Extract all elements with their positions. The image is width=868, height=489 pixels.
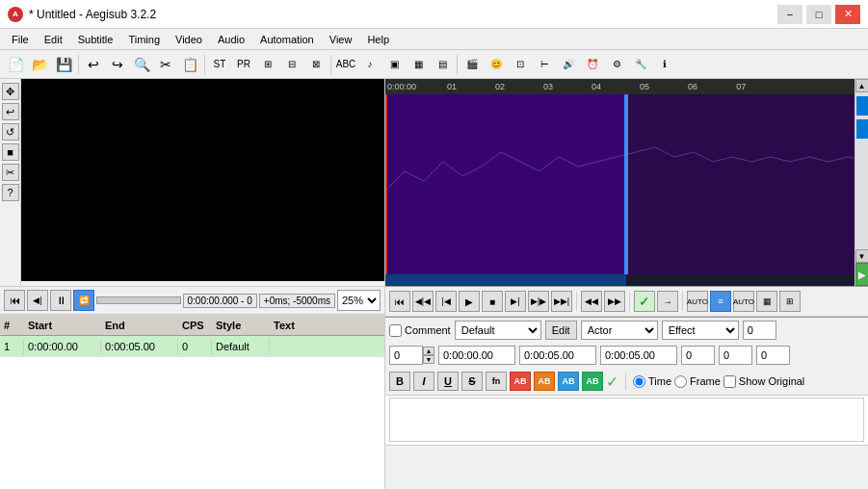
- tb-find[interactable]: 🔍: [130, 53, 153, 76]
- ctrl-auto1[interactable]: AUTO: [687, 291, 708, 312]
- frame-radio[interactable]: [674, 375, 687, 388]
- tool-rotate[interactable]: ↩: [2, 103, 19, 120]
- ab-orange-button[interactable]: AB: [534, 372, 555, 391]
- menu-subtitle[interactable]: Subtitle: [70, 29, 121, 49]
- tb-new[interactable]: 📄: [4, 53, 27, 76]
- tb-video3[interactable]: ⊡: [509, 53, 532, 76]
- bold-button[interactable]: B: [389, 372, 410, 391]
- comment-checkbox-label[interactable]: Comment: [389, 324, 451, 337]
- ab-blue-button[interactable]: AB: [558, 372, 579, 391]
- underline-button[interactable]: U: [437, 372, 459, 391]
- style-select[interactable]: Default: [455, 321, 541, 340]
- margin-l-input[interactable]: [681, 346, 715, 365]
- ctrl-play-prev[interactable]: ◀|◀: [412, 291, 434, 312]
- effect-select[interactable]: Effect: [662, 321, 739, 340]
- tool-scale[interactable]: ↺: [2, 123, 19, 141]
- tool-help[interactable]: ?: [2, 184, 19, 201]
- edit-button[interactable]: Edit: [545, 321, 577, 340]
- start-time-input[interactable]: [438, 346, 515, 365]
- ctrl-stop[interactable]: ■: [482, 291, 503, 312]
- actor-select[interactable]: Actor: [581, 321, 658, 340]
- tb-video4[interactable]: ⊢: [533, 53, 556, 76]
- zoom-select[interactable]: 25%: [337, 290, 381, 311]
- layer-spin-input[interactable]: [389, 346, 423, 365]
- tb-tools[interactable]: 🔧: [629, 53, 652, 76]
- tb-audio1[interactable]: 🔊: [557, 53, 580, 76]
- tool-rect[interactable]: ■: [2, 143, 19, 161]
- playback-pause[interactable]: ⏸: [50, 290, 71, 311]
- waveform-scrollbar[interactable]: ▲ ▼ ▶: [855, 79, 868, 286]
- scroll-thumb-1[interactable]: [856, 96, 868, 116]
- ctrl-bar[interactable]: ▦: [756, 291, 777, 312]
- scroll-thumb-2[interactable]: [856, 119, 868, 139]
- waveform-display[interactable]: [385, 94, 855, 286]
- tb-save[interactable]: 💾: [52, 53, 75, 76]
- fn-button[interactable]: fn: [486, 372, 507, 391]
- tb-spell[interactable]: ABC: [334, 53, 357, 76]
- menu-timing[interactable]: Timing: [120, 29, 168, 49]
- comment-checkbox[interactable]: [389, 324, 402, 337]
- ab-green-button[interactable]: AB: [582, 372, 603, 391]
- tb-info[interactable]: ℹ: [653, 53, 676, 76]
- tb-extra1[interactable]: ▣: [382, 53, 406, 76]
- minimize-button[interactable]: −: [777, 5, 802, 24]
- ctrl-play-next2[interactable]: ▶|▶: [528, 291, 549, 312]
- tb-extra3[interactable]: ▤: [431, 53, 454, 76]
- ctrl-play-next3[interactable]: ▶▶|: [551, 291, 572, 312]
- tb-undo[interactable]: ↩: [82, 53, 105, 76]
- ctrl-prev[interactable]: ⏮: [389, 291, 410, 312]
- italic-button[interactable]: I: [413, 372, 434, 391]
- ctrl-arrow-right[interactable]: →: [657, 291, 678, 312]
- tool-move[interactable]: ✥: [2, 83, 19, 100]
- tb-timing3[interactable]: ⊠: [304, 53, 328, 76]
- tb-clock[interactable]: ⏰: [581, 53, 604, 76]
- tb-copy[interactable]: 📋: [178, 53, 201, 76]
- spin-down[interactable]: ▼: [423, 355, 434, 364]
- time-radio[interactable]: [633, 375, 645, 388]
- tb-open[interactable]: 📂: [28, 53, 51, 76]
- ctrl-play[interactable]: ▶: [459, 291, 480, 312]
- commit-check[interactable]: ✓: [606, 373, 618, 391]
- menu-automation[interactable]: Automation: [252, 29, 322, 49]
- tb-video2[interactable]: 😊: [485, 53, 508, 76]
- margin-r-input[interactable]: [719, 346, 752, 365]
- tb-timing1[interactable]: ⊞: [256, 53, 279, 76]
- ctrl-prev-line[interactable]: ◀◀: [581, 291, 602, 312]
- duration-input[interactable]: [600, 346, 677, 365]
- tb-karaoke[interactable]: ♪: [358, 53, 381, 76]
- layer-input[interactable]: [743, 321, 776, 340]
- frame-radio-label[interactable]: Frame: [674, 375, 721, 388]
- subtitle-row-1[interactable]: 1 0:00:00.00 0:00:05.00 0 Default: [0, 336, 384, 357]
- ctrl-extra[interactable]: ⊞: [779, 291, 801, 312]
- spin-up[interactable]: ▲: [423, 347, 434, 355]
- ab-red-button[interactable]: AB: [510, 372, 531, 391]
- progress-bar[interactable]: [96, 296, 181, 304]
- menu-view[interactable]: View: [322, 29, 360, 49]
- ctrl-next-line[interactable]: ▶▶: [604, 291, 625, 312]
- ctrl-commit[interactable]: ✓: [634, 291, 655, 312]
- show-original-label[interactable]: Show Original: [723, 375, 804, 388]
- margin-v-input[interactable]: [756, 346, 790, 365]
- tb-style[interactable]: ST: [208, 53, 231, 76]
- tb-cut[interactable]: ✂: [154, 53, 177, 76]
- ctrl-auto2[interactable]: AUTO: [733, 291, 754, 312]
- scroll-down-arrow[interactable]: ▼: [855, 249, 869, 263]
- playback-prev[interactable]: ⏮: [4, 290, 25, 311]
- menu-file[interactable]: File: [4, 29, 37, 49]
- tool-clip[interactable]: ✂: [2, 164, 19, 181]
- ctrl-play-next[interactable]: ▶|: [505, 291, 526, 312]
- maximize-button[interactable]: □: [806, 5, 831, 24]
- play-button[interactable]: ▶: [855, 263, 869, 286]
- close-button[interactable]: ✕: [835, 5, 860, 24]
- show-original-checkbox[interactable]: [723, 375, 736, 388]
- playback-prev2[interactable]: ◀|: [27, 290, 48, 311]
- playback-loop[interactable]: 🔁: [73, 290, 94, 311]
- tb-extra2[interactable]: ▦: [407, 53, 430, 76]
- tb-properties[interactable]: PR: [232, 53, 255, 76]
- tb-redo[interactable]: ↪: [106, 53, 129, 76]
- end-time-input[interactable]: [519, 346, 596, 365]
- tb-timing2[interactable]: ⊟: [280, 53, 303, 76]
- menu-help[interactable]: Help: [359, 29, 397, 49]
- menu-audio[interactable]: Audio: [210, 29, 252, 49]
- strikethrough-button[interactable]: S: [461, 372, 483, 391]
